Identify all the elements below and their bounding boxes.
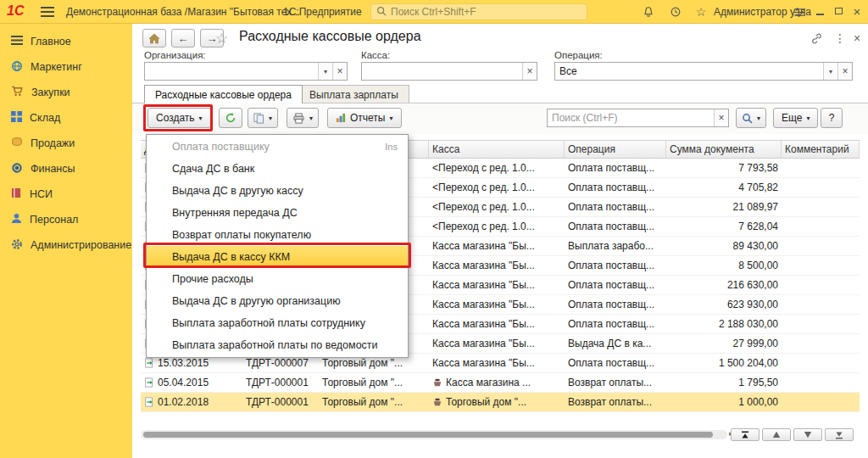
maximize-button[interactable] (831, 3, 846, 19)
sidebar-item-warehouse[interactable]: Склад (0, 105, 132, 131)
window-title: Демонстрационная база /Магазин "Бытовая … (66, 6, 300, 18)
organization-combo[interactable]: ▾ × (144, 62, 348, 81)
more-button-label: Еще (782, 112, 802, 124)
menu-item-salary-by-sheet[interactable]: Выплата заработной платы по ведомости (147, 334, 408, 356)
menu-item-label: Выдача ДС в другую кассу (172, 185, 303, 197)
clear-icon[interactable]: × (332, 63, 347, 80)
sidebar-item-nsi[interactable]: НСИ (0, 182, 132, 207)
cell-operation: Выдача ДС в ка... (565, 334, 666, 353)
cell-number: ТДРТ-000001 (242, 373, 319, 392)
column-header-operation[interactable]: Операция (565, 141, 666, 158)
cell-organization: Торговый дом "... (319, 373, 429, 392)
more-dots-icon[interactable]: ⋮ (832, 31, 848, 45)
cell-sum: 1 500 204,00 (666, 354, 782, 372)
menu-item-shortcut: Ins (370, 142, 398, 152)
cell-kassa: Касса магазина "Бы... (429, 276, 565, 294)
more-button[interactable]: Еще▾ (773, 108, 818, 128)
list-search-field[interactable]: × (547, 109, 729, 127)
create-button[interactable]: Создать▾ (147, 108, 211, 128)
create-dropdown-menu: Оплата поставщику Ins Сдача ДС в банк Вы… (146, 134, 409, 358)
cell-comment (782, 315, 860, 333)
sidebar-item-administration[interactable]: Администрирование (0, 232, 132, 258)
minimize-button[interactable] (812, 3, 827, 19)
h-scrollbar[interactable] (141, 430, 727, 439)
sidebar-item-label: Закупки (31, 87, 70, 98)
page-title: Расходные кассовые ордера (239, 29, 421, 44)
global-search-field[interactable] (370, 3, 587, 20)
caret-down-icon: ▾ (757, 114, 760, 122)
clear-icon[interactable]: × (837, 63, 852, 80)
tab-expense-cash-orders[interactable]: Расходные кассовые ордера (144, 85, 303, 103)
cell-date: 15.03.2015 (158, 357, 209, 369)
cell-sum: 27 999,00 (666, 334, 782, 353)
global-search-input[interactable] (391, 6, 581, 18)
clear-icon[interactable]: × (522, 63, 537, 80)
table-row[interactable]: 05.04.2015 ТДРТ-000001 Торговый дом "...… (141, 373, 860, 393)
sidebar-item-label: Финансы (31, 163, 75, 175)
caret-down-icon: ▾ (199, 114, 203, 122)
favorite-star-icon[interactable]: ☆ (215, 30, 228, 47)
dropdown-arrow-icon[interactable]: ▾ (318, 63, 332, 80)
main-menu-icon[interactable] (41, 6, 54, 17)
menu-item-cash-to-bank[interactable]: Сдача ДС в банк (147, 158, 408, 180)
cell-comment (782, 237, 860, 255)
operation-combo[interactable]: Все ▾ × (554, 62, 853, 81)
dropdown-arrow-icon[interactable]: ▾ (823, 63, 837, 80)
sidebar-item-sales[interactable]: Продажи (0, 131, 132, 156)
print-button[interactable]: ▾ (287, 108, 319, 128)
history-icon[interactable] (668, 5, 683, 19)
scroll-to-top-button[interactable] (731, 428, 760, 441)
h-scrollbar-thumb[interactable] (143, 432, 713, 438)
cell-operation: Оплата поставщ... (565, 315, 666, 333)
sidebar-item-marketing[interactable]: Маркетинг (0, 54, 132, 80)
settings-sliders-icon[interactable] (792, 5, 807, 19)
close-window-button[interactable]: × (849, 3, 865, 19)
scroll-to-bottom-button[interactable] (825, 428, 854, 441)
search-icon (376, 4, 387, 20)
menu-item-payment-to-supplier[interactable]: Оплата поставщику Ins (147, 136, 408, 158)
menu-item-cash-to-kkm[interactable]: Выдача ДС в кассу ККМ (147, 246, 408, 268)
column-header-kassa[interactable]: Касса (429, 141, 565, 158)
help-button[interactable]: ? (821, 108, 843, 128)
list-search-input[interactable] (548, 109, 714, 126)
copy-documents-button[interactable]: ▾ (248, 108, 278, 128)
notifications-bell-icon[interactable] (641, 5, 656, 19)
menu-item-cash-to-other-org[interactable]: Выдача ДС в другую организацию (147, 290, 408, 312)
cell-comment (782, 393, 860, 411)
refresh-icon (225, 112, 236, 124)
table-row-selected[interactable]: 01.02.2018 ТДРТ-000001 Торговый дом "...… (141, 393, 860, 412)
cell-operation: Оплата поставщ... (565, 159, 666, 177)
favorites-star-icon[interactable]: ☆ (693, 5, 709, 19)
back-button[interactable]: ← (171, 29, 195, 47)
clear-icon[interactable]: × (714, 109, 728, 126)
cell-operation: Выплата зарабо... (565, 237, 666, 255)
kassa-combo[interactable]: × (361, 62, 537, 81)
tab-salary-payout[interactable]: Выплата зарплаты (298, 85, 409, 103)
cell-operation: Возврат оплаты... (565, 393, 666, 411)
refresh-button[interactable] (219, 108, 242, 128)
scroll-up-button[interactable] (762, 428, 791, 441)
column-header-sum[interactable]: Сумма документа (666, 141, 782, 158)
reports-button[interactable]: Отчеты▾ (327, 108, 402, 128)
sidebar-item-purchases[interactable]: Закупки (0, 80, 132, 105)
find-button[interactable]: ▾ (736, 108, 766, 128)
menu-item-label: Выплата заработной платы по ведомости (172, 339, 378, 351)
menu-item-other-expenses[interactable]: Прочие расходы (147, 268, 408, 290)
cell-kassa: <Переход с ред. 1.0... (429, 178, 565, 197)
cell-kassa: <Переход с ред. 1.0... (429, 159, 565, 177)
sidebar-item-personnel[interactable]: Персонал (0, 207, 132, 232)
home-button[interactable] (142, 29, 166, 47)
sidebar-item-label: Персонал (30, 214, 78, 226)
link-icon[interactable] (809, 31, 824, 45)
menu-item-internal-transfer[interactable]: Внутренняя передача ДС (147, 202, 408, 224)
menu-item-cash-to-other-cashbox[interactable]: Выдача ДС в другую кассу (147, 180, 408, 202)
menu-item-refund-to-customer[interactable]: Возврат оплаты покупателю (147, 224, 408, 246)
sidebar-item-finance[interactable]: Финансы (0, 156, 132, 182)
menu-item-label: Возврат оплаты покупателю (172, 229, 311, 241)
menu-item-salary-to-employee[interactable]: Выплата заработной платы сотруднику (147, 312, 408, 334)
scroll-down-button[interactable] (793, 428, 822, 441)
close-form-button[interactable]: × (849, 31, 865, 45)
sidebar-item-main[interactable]: Главное (0, 29, 132, 54)
caret-down-icon: ▾ (309, 114, 313, 122)
column-header-comment[interactable]: Комментарий (782, 141, 860, 158)
